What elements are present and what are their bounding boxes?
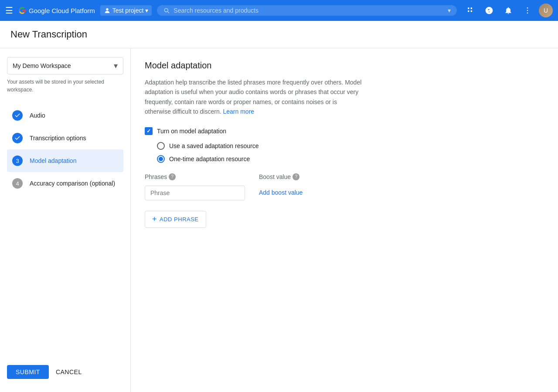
phrases-help-icon[interactable]: ? <box>169 173 176 180</box>
project-icon <box>104 7 111 14</box>
sidebar-actions: SUBMIT CANCEL <box>7 358 123 386</box>
search-dropdown-icon: ▾ <box>448 7 451 14</box>
help-icon[interactable] <box>481 3 497 18</box>
radio-saved-resource-button[interactable] <box>157 142 165 150</box>
svg-point-2 <box>527 10 528 11</box>
search-bar[interactable]: ▾ <box>157 5 457 16</box>
phrases-column-header: Phrases ? <box>145 173 245 180</box>
google-icon <box>18 7 26 14</box>
apps-icon[interactable] <box>462 3 478 18</box>
radio-group: Use a saved adaptation resource One-time… <box>157 142 544 163</box>
step-icon-audio <box>12 110 23 121</box>
svg-point-1 <box>527 7 528 9</box>
workspace-selector[interactable]: My Demo Workspace ▾ <box>7 57 123 74</box>
boost-column: Boost value ? Add boost value <box>259 173 303 196</box>
model-adaptation-label: Turn on model adaptation <box>157 128 226 135</box>
sidebar: My Demo Workspace ▾ Your assets will be … <box>0 48 131 392</box>
step-label-transcription: Transcription options <box>30 135 86 142</box>
project-dropdown-icon: ▾ <box>145 7 148 14</box>
phrase-input[interactable] <box>145 186 245 200</box>
search-input[interactable] <box>174 7 444 14</box>
search-icon <box>163 7 170 14</box>
phrases-section: Phrases ? Boost value ? Add boost value <box>145 173 544 200</box>
submit-button[interactable]: SUBMIT <box>7 365 49 379</box>
radio-one-time-resource-button[interactable] <box>157 155 165 163</box>
project-name: Test project <box>112 7 144 14</box>
step-label-model-adaptation: Model adaptation <box>30 157 76 164</box>
svg-point-3 <box>527 13 528 14</box>
section-title: Model adaptation <box>145 61 544 71</box>
project-selector[interactable]: Test project ▾ <box>100 5 152 16</box>
radio-one-time-resource-inner <box>159 157 163 161</box>
step-icon-accuracy: 4 <box>12 178 23 189</box>
add-phrase-button[interactable]: + ADD PHRASE <box>145 211 206 228</box>
phrases-column: Phrases ? <box>145 173 245 200</box>
radio-one-time-resource-label: One-time adaptation resource <box>169 155 250 162</box>
boost-column-header: Boost value ? <box>259 173 303 180</box>
more-icon[interactable] <box>520 3 535 18</box>
learn-more-link[interactable]: Learn more <box>223 108 255 115</box>
step-item-transcription[interactable]: Transcription options <box>7 127 123 149</box>
step-item-audio[interactable]: Audio <box>7 104 123 127</box>
brand-logo: Google Cloud Platform <box>18 7 95 14</box>
step-label-audio: Audio <box>30 112 45 119</box>
main-layout: My Demo Workspace ▾ Your assets will be … <box>0 48 558 392</box>
avatar[interactable]: U <box>539 3 553 17</box>
nav-icons: U <box>462 3 553 18</box>
svg-point-0 <box>106 8 108 10</box>
radio-saved-resource-label: Use a saved adaptation resource <box>169 142 259 149</box>
radio-saved-resource[interactable]: Use a saved adaptation resource <box>157 142 544 150</box>
content-area: Model adaptation Adaptation help transcr… <box>131 48 558 392</box>
step-icon-model-adaptation: 3 <box>12 155 23 166</box>
step-item-model-adaptation[interactable]: 3 Model adaptation <box>7 149 123 172</box>
notifications-icon[interactable] <box>500 3 516 18</box>
model-adaptation-checkbox[interactable] <box>145 127 153 135</box>
step-list: Audio Transcription options 3 Model adap… <box>7 104 123 358</box>
step-item-accuracy[interactable]: 4 Accuracy comparison (optional) <box>7 172 123 195</box>
cancel-button[interactable]: CANCEL <box>56 368 82 375</box>
top-nav: ☰ Google Cloud Platform Test project ▾ ▾ <box>0 0 558 21</box>
radio-one-time-resource[interactable]: One-time adaptation resource <box>157 155 544 163</box>
step-label-accuracy: Accuracy comparison (optional) <box>30 180 115 187</box>
step-icon-transcription <box>12 133 23 143</box>
page-title: New Transcription <box>0 21 558 48</box>
section-description: Adaptation help transcribe the listed ph… <box>145 78 363 117</box>
workspace-dropdown-arrow-icon: ▾ <box>114 61 118 71</box>
add-boost-value-link[interactable]: Add boost value <box>259 189 303 196</box>
brand-text: Google Cloud Platform <box>29 7 95 14</box>
workspace-info: Your assets will be stored in your selec… <box>7 78 123 94</box>
add-phrase-plus-icon: + <box>152 215 157 224</box>
hamburger-icon[interactable]: ☰ <box>5 5 13 16</box>
boost-help-icon[interactable]: ? <box>293 173 299 180</box>
model-adaptation-checkbox-row[interactable]: Turn on model adaptation <box>145 127 544 135</box>
